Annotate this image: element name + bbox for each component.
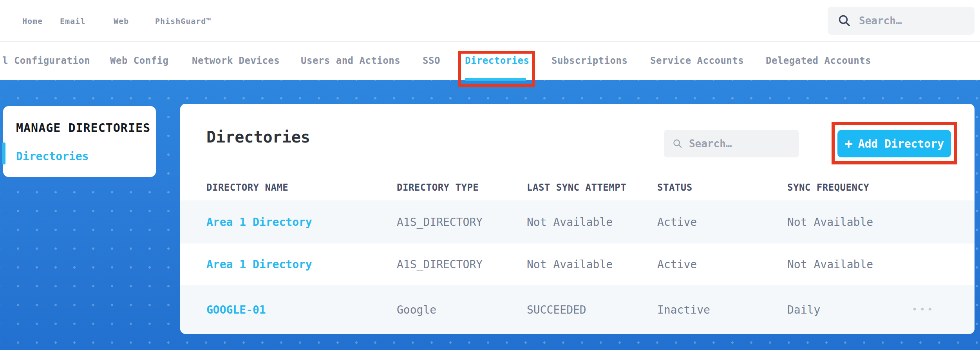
status-cell: Active	[657, 216, 697, 229]
search-icon	[838, 14, 851, 27]
sidebar-heading: MANAGE DIRECTORIES	[16, 121, 150, 135]
topnav-item-home[interactable]: Home	[22, 16, 43, 26]
status-cell: Inactive	[657, 303, 710, 316]
page-title: Directories	[206, 128, 310, 146]
tab-users-and-actions[interactable]: Users and Actions	[301, 55, 400, 66]
directories-search-input[interactable]	[689, 138, 793, 150]
table-header-row: DIRECTORY NAME DIRECTORY TYPE LAST SYNC …	[180, 182, 975, 200]
column-header-sync-frequency: SYNC FREQUENCY	[787, 182, 869, 193]
topnav-item-web[interactable]: Web	[114, 16, 129, 26]
global-search-input[interactable]	[859, 15, 967, 27]
app-window: Home Email Web PhishGuard™ l Configurati…	[0, 0, 980, 350]
last-sync-cell: Not Available	[527, 258, 613, 271]
tab-delegated-accounts[interactable]: Delegated Accounts	[766, 55, 871, 66]
tab-service-accounts[interactable]: Service Accounts	[650, 55, 744, 66]
sync-frequency-cell: Not Available	[787, 258, 873, 271]
topnav-item-phishguard[interactable]: PhishGuard™	[155, 16, 211, 26]
active-tab-underline	[465, 78, 526, 81]
plus-icon: +	[844, 137, 852, 150]
directory-name-link[interactable]: Area 1 Directory	[206, 258, 312, 271]
table-row: Area 1 Directory A1S_DIRECTORY Not Avail…	[180, 200, 975, 244]
manage-directories-card: MANAGE DIRECTORIES Directories	[3, 106, 156, 177]
directory-name-link[interactable]: GOOGLE-01	[206, 303, 266, 316]
search-icon	[673, 138, 683, 150]
column-header-last-sync-attempt: LAST SYNC ATTEMPT	[527, 182, 626, 193]
sidebar-item-directories[interactable]: Directories	[16, 150, 89, 163]
top-bar: Home Email Web PhishGuard™	[0, 0, 980, 42]
directories-panel: Directories + Add Directory DIRECTORY NA…	[180, 104, 975, 334]
global-search-box[interactable]	[828, 7, 975, 35]
directory-type-cell: A1S_DIRECTORY	[397, 216, 483, 229]
directory-type-cell: A1S_DIRECTORY	[397, 258, 483, 271]
last-sync-cell: SUCCEEDED	[527, 303, 586, 316]
status-cell: Active	[657, 258, 697, 271]
tab-web-config[interactable]: Web Config	[110, 55, 169, 66]
add-directory-button[interactable]: + Add Directory	[837, 130, 951, 157]
last-sync-cell: Not Available	[527, 216, 613, 229]
directory-name-link[interactable]: Area 1 Directory	[206, 216, 312, 229]
table-row: GOOGLE-01 Google SUCCEEDED Inactive Dail…	[180, 285, 975, 334]
settings-tab-bar: l Configuration Web Config Network Devic…	[0, 42, 980, 80]
tab-sso[interactable]: SSO	[423, 55, 440, 66]
directory-type-cell: Google	[397, 303, 436, 316]
row-actions-menu-icon[interactable]: •••	[912, 304, 935, 315]
tab-network-devices[interactable]: Network Devices	[192, 55, 280, 66]
table-row: Area 1 Directory A1S_DIRECTORY Not Avail…	[180, 244, 975, 285]
tab-directories[interactable]: Directories	[465, 55, 529, 66]
sync-frequency-cell: Daily	[787, 303, 820, 316]
column-header-status: STATUS	[657, 182, 693, 193]
tab-subscriptions[interactable]: Subscriptions	[551, 55, 627, 66]
add-directory-label: Add Directory	[858, 137, 944, 150]
directories-search-box[interactable]	[664, 130, 799, 157]
topnav-item-email[interactable]: Email	[60, 16, 85, 26]
sync-frequency-cell: Not Available	[787, 216, 873, 229]
sidebar-active-indicator	[2, 143, 5, 164]
tab-email-configuration[interactable]: l Configuration	[2, 55, 90, 66]
column-header-directory-name: DIRECTORY NAME	[206, 182, 288, 193]
column-header-directory-type: DIRECTORY TYPE	[397, 182, 479, 193]
